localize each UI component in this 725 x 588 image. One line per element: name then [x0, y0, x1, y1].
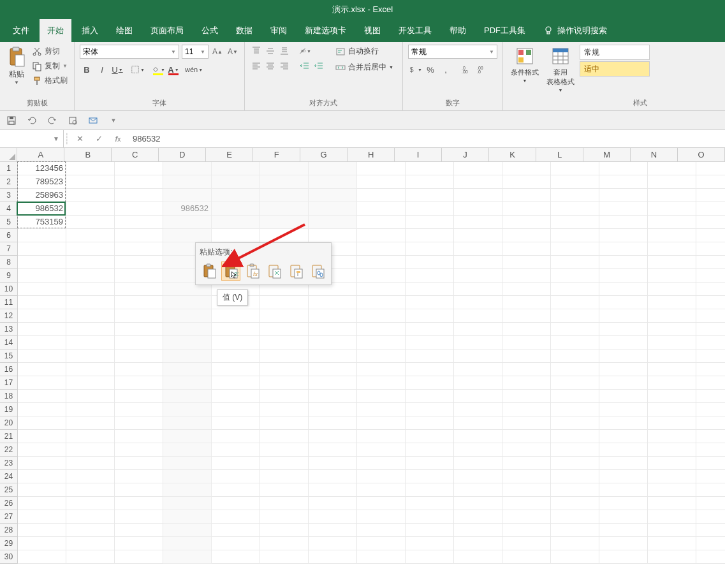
cell-M29[interactable] — [599, 537, 648, 550]
cell-E30[interactable] — [212, 550, 260, 563]
cell-K8[interactable] — [502, 256, 551, 268]
cell-A3[interactable]: 258963 — [18, 189, 66, 202]
cell-M28[interactable] — [599, 524, 648, 536]
row-header-16[interactable]: 16 — [0, 363, 18, 376]
decrease-font-button[interactable]: A▼ — [226, 45, 239, 59]
cell-B4[interactable] — [66, 202, 115, 215]
cell-I24[interactable] — [406, 470, 454, 483]
redo-button[interactable] — [46, 114, 59, 127]
paste-option-link[interactable] — [308, 261, 327, 281]
cell-F23[interactable] — [260, 457, 309, 469]
cell-K18[interactable] — [502, 390, 551, 402]
formula-input[interactable]: 986532 — [128, 134, 725, 143]
row-header-22[interactable]: 22 — [0, 443, 18, 457]
paste-option-formulas[interactable]: fx — [243, 261, 262, 281]
cell-I11[interactable] — [406, 296, 454, 309]
cell-K30[interactable] — [502, 550, 551, 563]
cell-H2[interactable] — [357, 175, 406, 188]
cell-E16[interactable] — [212, 363, 260, 376]
cell-J5[interactable] — [454, 216, 502, 228]
cell-C19[interactable] — [115, 403, 163, 416]
tell-me-search[interactable]: 操作说明搜索 — [543, 19, 607, 42]
cell-N12[interactable] — [648, 309, 696, 322]
cell-M17[interactable] — [599, 376, 648, 389]
row-header-3[interactable]: 3 — [0, 189, 18, 202]
cell-O26[interactable] — [696, 497, 725, 510]
row-header-9[interactable]: 9 — [0, 269, 18, 283]
cell-B12[interactable] — [66, 309, 115, 322]
cell-E15[interactable] — [212, 349, 260, 362]
cell-C29[interactable] — [115, 537, 163, 550]
row-header-6[interactable]: 6 — [0, 229, 18, 242]
font-size-select[interactable]: 11 ▼ — [182, 45, 209, 59]
cell-B25[interactable] — [66, 483, 115, 496]
row-header-19[interactable]: 19 — [0, 403, 18, 416]
cell-O10[interactable] — [696, 283, 725, 295]
cell-C12[interactable] — [115, 309, 163, 322]
cell-N3[interactable] — [648, 189, 696, 202]
cell-E14[interactable] — [212, 336, 260, 349]
cell-O5[interactable] — [696, 216, 725, 228]
cell-H3[interactable] — [357, 189, 406, 202]
cell-A8[interactable] — [18, 256, 66, 268]
cell-M13[interactable] — [599, 323, 648, 335]
row-header-13[interactable]: 13 — [0, 323, 18, 336]
cell-O23[interactable] — [696, 457, 725, 469]
cell-A12[interactable] — [18, 309, 66, 322]
cell-B16[interactable] — [66, 363, 115, 376]
cell-G16[interactable] — [309, 363, 357, 376]
cell-D20[interactable] — [163, 416, 212, 429]
cell-K16[interactable] — [502, 363, 551, 376]
cell-O9[interactable] — [696, 269, 725, 282]
cell-K21[interactable] — [502, 430, 551, 443]
cell-C24[interactable] — [115, 470, 163, 483]
cell-F20[interactable] — [260, 416, 309, 429]
cell-H29[interactable] — [357, 537, 406, 550]
cell-G29[interactable] — [309, 537, 357, 550]
cell-G23[interactable] — [309, 457, 357, 469]
cell-K13[interactable] — [502, 323, 551, 335]
copy-button[interactable]: 复制 ▼ — [31, 59, 69, 73]
name-box[interactable]: ▼ — [0, 130, 64, 147]
cell-M11[interactable] — [599, 296, 648, 309]
cell-F19[interactable] — [260, 403, 309, 416]
cell-H18[interactable] — [357, 390, 406, 402]
align-bottom-button[interactable] — [278, 45, 291, 57]
cell-B20[interactable] — [66, 416, 115, 429]
increase-indent-button[interactable] — [312, 60, 325, 73]
col-header-D[interactable]: D — [159, 148, 206, 161]
cell-E6[interactable] — [212, 229, 260, 242]
cell-M30[interactable] — [599, 550, 648, 563]
cell-K1[interactable] — [502, 162, 551, 175]
cell-N5[interactable] — [648, 216, 696, 228]
cell-I12[interactable] — [406, 309, 454, 322]
cell-E24[interactable] — [212, 470, 260, 483]
cell-B13[interactable] — [66, 323, 115, 335]
cell-M9[interactable] — [599, 269, 648, 282]
increase-decimal-button[interactable]: .0.00 — [459, 62, 473, 77]
cell-C2[interactable] — [115, 175, 163, 188]
col-header-B[interactable]: B — [64, 148, 112, 161]
cell-H9[interactable] — [357, 269, 406, 282]
cell-N8[interactable] — [648, 256, 696, 268]
cell-A28[interactable] — [18, 524, 66, 536]
cell-C6[interactable] — [115, 229, 163, 242]
cell-O2[interactable] — [696, 175, 725, 188]
cell-C16[interactable] — [115, 363, 163, 376]
row-header-17[interactable]: 17 — [0, 376, 18, 390]
cell-A22[interactable] — [18, 443, 66, 456]
cell-B18[interactable] — [66, 390, 115, 402]
cell-A18[interactable] — [18, 390, 66, 402]
cell-O16[interactable] — [696, 363, 725, 376]
row-header-27[interactable]: 27 — [0, 510, 18, 524]
row-header-20[interactable]: 20 — [0, 416, 18, 430]
cell-B2[interactable] — [66, 175, 115, 188]
row-header-1[interactable]: 1 — [0, 162, 18, 175]
cell-O4[interactable] — [696, 202, 725, 215]
cut-button[interactable]: 剪切 — [31, 45, 69, 58]
cell-M12[interactable] — [599, 309, 648, 322]
cell-C8[interactable] — [115, 256, 163, 268]
cell-E25[interactable] — [212, 483, 260, 496]
cell-style-good[interactable]: 适中 — [580, 61, 650, 77]
cell-I22[interactable] — [406, 443, 454, 456]
